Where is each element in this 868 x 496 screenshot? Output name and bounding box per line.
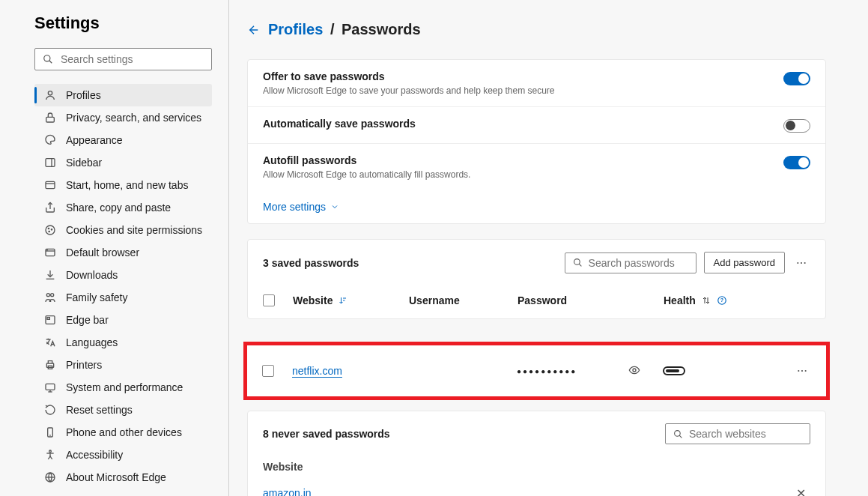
row-password-mask: ●●●●●●●●●● bbox=[517, 367, 577, 375]
svg-point-10 bbox=[48, 228, 49, 229]
sidebar-item-system[interactable]: System and performance bbox=[34, 376, 212, 399]
sidebar-item-label: Appearance bbox=[66, 134, 123, 146]
sidebar-item-download[interactable]: Downloads bbox=[34, 264, 212, 286]
settings-search[interactable] bbox=[34, 48, 212, 70]
reveal-password-button[interactable] bbox=[628, 364, 640, 378]
password-row-netflix[interactable]: netflix.com ●●●●●●●●●● bbox=[247, 345, 826, 396]
auto-save-toggle[interactable] bbox=[783, 119, 810, 133]
never-search-input[interactable] bbox=[689, 428, 802, 440]
svg-point-0 bbox=[44, 55, 50, 61]
autofill-toggle[interactable] bbox=[783, 156, 810, 169]
svg-point-49 bbox=[675, 430, 681, 436]
svg-point-29 bbox=[49, 450, 52, 453]
family-icon bbox=[43, 291, 57, 304]
svg-point-33 bbox=[574, 259, 580, 265]
tab-icon bbox=[43, 178, 57, 192]
sidebar-item-lock[interactable]: Privacy, search, and services bbox=[34, 106, 212, 129]
breadcrumb-row: Profiles / Passwords bbox=[247, 21, 826, 38]
cookie-icon bbox=[43, 223, 57, 237]
search-icon bbox=[673, 429, 683, 439]
back-button[interactable] bbox=[247, 23, 261, 37]
col-website[interactable]: Website bbox=[293, 294, 409, 306]
row-site-link[interactable]: netflix.com bbox=[292, 365, 342, 378]
saved-more-menu[interactable] bbox=[792, 254, 810, 272]
brush-icon bbox=[43, 133, 57, 147]
breadcrumb-current: Passwords bbox=[342, 21, 421, 37]
eye-icon bbox=[628, 364, 640, 376]
sidebar-item-brush[interactable]: Appearance bbox=[34, 129, 212, 151]
breadcrumb: Profiles / Passwords bbox=[268, 21, 421, 38]
printer-icon bbox=[43, 358, 57, 372]
never-site-link[interactable]: amazon.in bbox=[263, 487, 312, 496]
offer-save-toggle[interactable] bbox=[783, 72, 810, 85]
svg-point-19 bbox=[51, 294, 54, 297]
sidebar-item-family[interactable]: Family safety bbox=[34, 286, 212, 309]
sidebar-item-tab[interactable]: Start, home, and new tabs bbox=[34, 174, 212, 196]
sidebar-item-label: Accessibility bbox=[66, 449, 123, 461]
row-more-menu[interactable] bbox=[793, 362, 811, 380]
select-all-checkbox[interactable] bbox=[263, 294, 275, 306]
svg-line-34 bbox=[579, 264, 581, 266]
auto-save-title: Automatically save passwords bbox=[263, 118, 768, 130]
svg-line-1 bbox=[49, 61, 52, 64]
sidebar-item-share[interactable]: Share, copy and paste bbox=[34, 196, 212, 219]
info-icon[interactable]: ? bbox=[717, 295, 727, 306]
row-checkbox[interactable] bbox=[262, 365, 274, 377]
sort-icon bbox=[339, 296, 347, 305]
accessibility-icon bbox=[43, 448, 57, 462]
sidebar-item-label: Phone and other devices bbox=[66, 426, 182, 438]
svg-point-37 bbox=[804, 261, 806, 263]
sidebar-item-profile[interactable]: Profiles bbox=[34, 84, 212, 106]
health-indicator bbox=[663, 366, 685, 375]
sidebar-item-label: Profiles bbox=[66, 89, 101, 101]
never-count: 8 never saved passwords bbox=[263, 428, 390, 440]
sidebar-item-label: Family safety bbox=[66, 291, 127, 303]
search-icon bbox=[43, 54, 53, 64]
settings-search-input[interactable] bbox=[61, 53, 204, 65]
bar-icon bbox=[43, 313, 57, 327]
never-search[interactable] bbox=[665, 423, 810, 444]
sidebar-item-panel[interactable]: Sidebar bbox=[34, 151, 212, 174]
svg-point-18 bbox=[46, 294, 49, 297]
autofill-title: Autofill passwords bbox=[263, 154, 768, 166]
saved-search-input[interactable] bbox=[589, 257, 688, 269]
col-username[interactable]: Username bbox=[409, 294, 518, 306]
breadcrumb-parent[interactable]: Profiles bbox=[268, 21, 323, 37]
sidebar-item-about[interactable]: About Microsoft Edge bbox=[34, 466, 212, 489]
settings-title: Settings bbox=[34, 13, 212, 33]
svg-rect-3 bbox=[46, 117, 55, 122]
sidebar-item-reset[interactable]: Reset settings bbox=[34, 399, 212, 421]
sidebar-item-printer[interactable]: Printers bbox=[34, 354, 212, 376]
svg-rect-24 bbox=[46, 384, 55, 390]
sidebar-item-label: About Microsoft Edge bbox=[66, 471, 166, 483]
sidebar-item-cookie[interactable]: Cookies and site permissions bbox=[34, 219, 212, 241]
sidebar-item-label: Privacy, search, and services bbox=[66, 112, 201, 124]
sidebar-item-accessibility[interactable]: Accessibility bbox=[34, 444, 212, 466]
never-row: amazon.in✕ bbox=[248, 479, 825, 496]
sidebar-item-browser[interactable]: Default browser bbox=[34, 241, 212, 264]
sidebar-item-language[interactable]: Languages bbox=[34, 331, 212, 354]
browser-icon bbox=[43, 246, 57, 259]
saved-table-head: Website Username Password Health ? bbox=[248, 285, 825, 315]
add-password-button[interactable]: Add password bbox=[704, 252, 785, 273]
saved-search[interactable] bbox=[565, 252, 696, 273]
remove-never-button[interactable]: ✕ bbox=[792, 485, 810, 496]
offer-save-desc: Allow Microsoft Edge to save your passwo… bbox=[263, 85, 768, 96]
password-settings-panel: Offer to save passwords Allow Microsoft … bbox=[247, 59, 826, 224]
settings-nav: ProfilesPrivacy, search, and servicesApp… bbox=[34, 84, 212, 489]
highlighted-row: netflix.com ●●●●●●●●●● bbox=[243, 342, 830, 400]
panel-icon bbox=[43, 156, 57, 169]
sidebar-item-bar[interactable]: Edge bar bbox=[34, 309, 212, 331]
col-password[interactable]: Password bbox=[518, 294, 664, 306]
col-health[interactable]: Health ? bbox=[664, 294, 810, 306]
dots-icon bbox=[795, 257, 807, 269]
never-col-website: Website bbox=[248, 453, 825, 479]
svg-rect-4 bbox=[46, 159, 55, 167]
sidebar-item-label: Reset settings bbox=[66, 404, 133, 416]
svg-point-11 bbox=[51, 229, 52, 230]
more-settings-button[interactable]: More settings bbox=[248, 190, 825, 223]
phone-icon bbox=[43, 426, 57, 439]
svg-point-2 bbox=[48, 91, 52, 95]
sidebar-item-phone[interactable]: Phone and other devices bbox=[34, 421, 212, 444]
download-icon bbox=[43, 268, 57, 282]
